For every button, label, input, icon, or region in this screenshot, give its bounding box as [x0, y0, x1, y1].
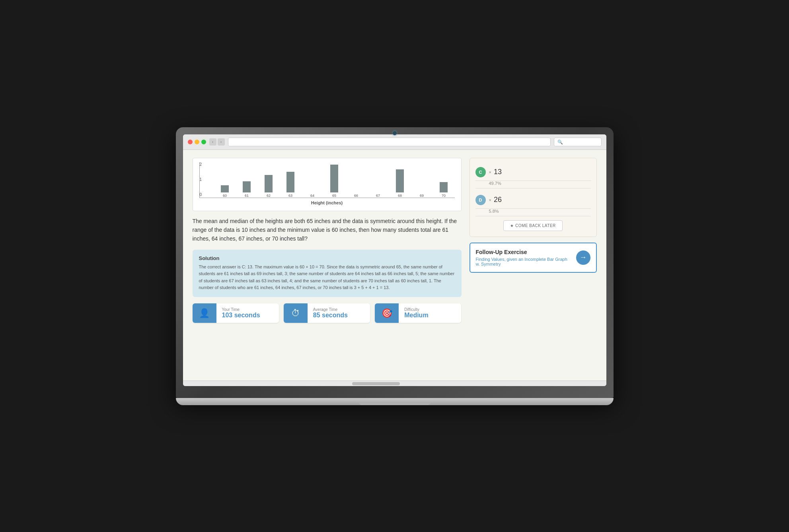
bar-group-64: 64 [302, 192, 323, 198]
difficulty-label: Difficulty [404, 307, 428, 312]
left-panel: 2 1 0 60 61 [193, 158, 462, 373]
stat-card-avg-time: ⏱ Average Time 85 seconds [284, 303, 370, 323]
bar-label-68: 68 [398, 194, 402, 198]
chart-container: 2 1 0 60 61 [193, 158, 462, 211]
stats-row: 👤 Your Time 103 seconds ⏱ Average Time 8… [193, 303, 462, 323]
divider-d [475, 216, 591, 216]
your-time-icon: 👤 [193, 303, 216, 323]
answer-pct-d: 5.8% [475, 209, 591, 216]
answer-panel: C × 13 49.7% D × 26 5.8% ★ [470, 158, 597, 237]
scrollbar[interactable] [183, 381, 606, 386]
avg-time-icon: ⏱ [284, 303, 308, 323]
y-label-1: 1 [200, 177, 202, 182]
maximize-button[interactable] [201, 140, 206, 144]
bar-label-69: 69 [420, 194, 424, 198]
forward-button[interactable]: › [218, 138, 225, 146]
bar-group-60: 60 [214, 185, 236, 198]
bar-label-64: 64 [310, 194, 314, 198]
solution-box: Solution The correct answer is C: 13. Th… [193, 250, 462, 297]
bar-label-65: 65 [332, 194, 336, 198]
followup-title: Follow-Up Exercise [476, 249, 572, 255]
y-axis-labels: 2 1 0 [200, 162, 202, 198]
bar-60 [221, 185, 229, 192]
answer-num-d: 26 [494, 196, 502, 204]
difficulty-value: Medium [404, 312, 428, 319]
answer-pct-c: 49.7% [475, 181, 591, 188]
bar-70 [440, 182, 448, 192]
answer-option-d: D × 26 [475, 192, 591, 209]
minimize-button[interactable] [195, 140, 199, 144]
bar-65 [330, 165, 338, 192]
nav-buttons: ‹ › [209, 138, 225, 146]
traffic-lights [188, 140, 206, 144]
your-time-label: Your Time [222, 307, 260, 312]
right-panel: C × 13 49.7% D × 26 5.8% ★ [470, 158, 597, 373]
bar-label-67: 67 [376, 194, 380, 198]
avg-time-value: 85 seconds [313, 312, 348, 319]
search-input[interactable] [554, 138, 602, 146]
avg-time-label: Average Time [313, 307, 348, 312]
back-button[interactable]: ‹ [209, 138, 216, 146]
answer-x-c: × [489, 170, 491, 175]
bar-label-61: 61 [245, 194, 249, 198]
followup-subtitle: Finding Values, given an Incomplete Bar … [476, 257, 572, 266]
chart-area: 2 1 0 60 61 [199, 162, 455, 198]
close-button[interactable] [188, 140, 193, 144]
bar-label-70: 70 [442, 194, 446, 198]
divider-c [475, 188, 591, 188]
come-back-button[interactable]: ★ COME BACK LATER [503, 220, 563, 231]
bar-group-70: 70 [433, 182, 455, 198]
followup-text: Follow-Up Exercise Finding Values, given… [476, 249, 572, 266]
answer-x-d: × [489, 198, 491, 202]
bar-63 [286, 172, 294, 192]
browser-chrome: ‹ › [183, 134, 606, 150]
solution-title: Solution [199, 255, 455, 261]
bar-62 [265, 175, 273, 192]
bar-group-67: 67 [367, 192, 389, 198]
scrollbar-thumb[interactable] [352, 382, 400, 385]
answer-option-c: C × 13 [475, 164, 591, 181]
bar-group-63: 63 [280, 172, 302, 198]
bar-group-62: 62 [258, 175, 280, 198]
chart-title: Height (inches) [199, 200, 455, 205]
bar-68 [396, 169, 404, 192]
y-label-2: 2 [200, 162, 202, 167]
bar-label-62: 62 [267, 194, 271, 198]
screen-bezel: ‹ › 2 1 0 [176, 127, 614, 398]
your-time-value: 103 seconds [222, 312, 260, 319]
browser-content: 2 1 0 60 61 [183, 150, 606, 381]
bar-label-66: 66 [354, 194, 358, 198]
answer-num-c: 13 [494, 168, 502, 176]
question-text: The mean and median of the heights are b… [193, 217, 462, 243]
difficulty-text: Difficulty Medium [399, 303, 434, 323]
bar-group-69: 69 [411, 192, 433, 198]
solution-text: The correct answer is C: 13. The maximum… [199, 264, 455, 291]
followup-box[interactable]: Follow-Up Exercise Finding Values, given… [470, 243, 597, 273]
difficulty-icon: 🎯 [375, 303, 399, 323]
answer-badge-c: C [475, 167, 486, 177]
bar-group-65: 65 [323, 165, 345, 198]
stat-card-difficulty: 🎯 Difficulty Medium [375, 303, 461, 323]
bar-group-61: 61 [236, 181, 258, 198]
bar-label-63: 63 [288, 194, 292, 198]
answer-badge-d: D [475, 195, 486, 205]
stat-card-your-time: 👤 Your Time 103 seconds [193, 303, 279, 323]
bar-group-66: 66 [345, 192, 367, 198]
y-label-0: 0 [200, 192, 202, 197]
address-bar[interactable] [228, 138, 551, 146]
bar-label-60: 60 [223, 194, 227, 198]
bar-61 [243, 181, 251, 192]
avg-time-text: Average Time 85 seconds [308, 303, 353, 323]
browser-window: ‹ › 2 1 0 [183, 134, 606, 386]
followup-arrow-icon[interactable]: → [576, 250, 590, 265]
bar-group-68: 68 [389, 169, 411, 198]
laptop-device: ‹ › 2 1 0 [176, 127, 614, 405]
your-time-text: Your Time 103 seconds [216, 303, 266, 323]
laptop-base [176, 398, 614, 405]
